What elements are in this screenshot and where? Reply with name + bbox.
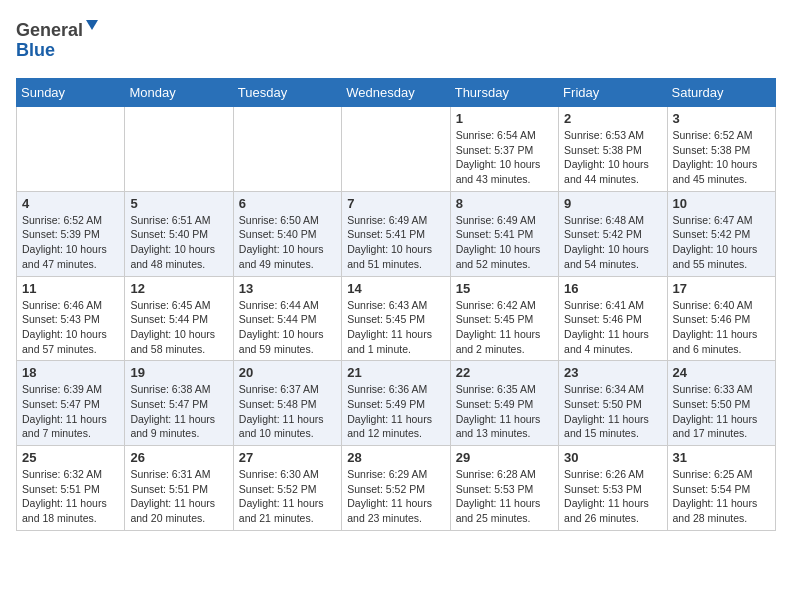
calendar-cell: 15Sunrise: 6:42 AM Sunset: 5:45 PM Dayli… [450, 276, 558, 361]
day-info: Sunrise: 6:44 AM Sunset: 5:44 PM Dayligh… [239, 298, 336, 357]
day-number: 10 [673, 196, 770, 211]
calendar-day-header: Friday [559, 79, 667, 107]
day-number: 5 [130, 196, 227, 211]
calendar-cell: 20Sunrise: 6:37 AM Sunset: 5:48 PM Dayli… [233, 361, 341, 446]
day-number: 23 [564, 365, 661, 380]
day-info: Sunrise: 6:53 AM Sunset: 5:38 PM Dayligh… [564, 128, 661, 187]
calendar-week-row: 18Sunrise: 6:39 AM Sunset: 5:47 PM Dayli… [17, 361, 776, 446]
day-number: 9 [564, 196, 661, 211]
day-number: 25 [22, 450, 119, 465]
day-info: Sunrise: 6:48 AM Sunset: 5:42 PM Dayligh… [564, 213, 661, 272]
calendar-cell: 1Sunrise: 6:54 AM Sunset: 5:37 PM Daylig… [450, 107, 558, 192]
day-number: 29 [456, 450, 553, 465]
calendar-cell: 8Sunrise: 6:49 AM Sunset: 5:41 PM Daylig… [450, 191, 558, 276]
day-info: Sunrise: 6:45 AM Sunset: 5:44 PM Dayligh… [130, 298, 227, 357]
calendar-week-row: 25Sunrise: 6:32 AM Sunset: 5:51 PM Dayli… [17, 446, 776, 531]
day-number: 3 [673, 111, 770, 126]
day-info: Sunrise: 6:33 AM Sunset: 5:50 PM Dayligh… [673, 382, 770, 441]
calendar-table: SundayMondayTuesdayWednesdayThursdayFrid… [16, 78, 776, 531]
calendar-cell: 31Sunrise: 6:25 AM Sunset: 5:54 PM Dayli… [667, 446, 775, 531]
day-number: 15 [456, 281, 553, 296]
calendar-week-row: 1Sunrise: 6:54 AM Sunset: 5:37 PM Daylig… [17, 107, 776, 192]
calendar-cell: 9Sunrise: 6:48 AM Sunset: 5:42 PM Daylig… [559, 191, 667, 276]
day-info: Sunrise: 6:43 AM Sunset: 5:45 PM Dayligh… [347, 298, 444, 357]
day-number: 11 [22, 281, 119, 296]
day-number: 19 [130, 365, 227, 380]
svg-marker-1 [86, 20, 98, 30]
day-info: Sunrise: 6:52 AM Sunset: 5:39 PM Dayligh… [22, 213, 119, 272]
day-number: 7 [347, 196, 444, 211]
day-info: Sunrise: 6:25 AM Sunset: 5:54 PM Dayligh… [673, 467, 770, 526]
calendar-cell: 13Sunrise: 6:44 AM Sunset: 5:44 PM Dayli… [233, 276, 341, 361]
calendar-cell: 24Sunrise: 6:33 AM Sunset: 5:50 PM Dayli… [667, 361, 775, 446]
day-number: 2 [564, 111, 661, 126]
calendar-week-row: 11Sunrise: 6:46 AM Sunset: 5:43 PM Dayli… [17, 276, 776, 361]
day-info: Sunrise: 6:42 AM Sunset: 5:45 PM Dayligh… [456, 298, 553, 357]
day-info: Sunrise: 6:51 AM Sunset: 5:40 PM Dayligh… [130, 213, 227, 272]
calendar-cell: 10Sunrise: 6:47 AM Sunset: 5:42 PM Dayli… [667, 191, 775, 276]
day-number: 31 [673, 450, 770, 465]
day-number: 20 [239, 365, 336, 380]
calendar-cell: 18Sunrise: 6:39 AM Sunset: 5:47 PM Dayli… [17, 361, 125, 446]
calendar-cell: 30Sunrise: 6:26 AM Sunset: 5:53 PM Dayli… [559, 446, 667, 531]
day-number: 4 [22, 196, 119, 211]
day-info: Sunrise: 6:39 AM Sunset: 5:47 PM Dayligh… [22, 382, 119, 441]
calendar-week-row: 4Sunrise: 6:52 AM Sunset: 5:39 PM Daylig… [17, 191, 776, 276]
calendar-cell [342, 107, 450, 192]
calendar-day-header: Sunday [17, 79, 125, 107]
calendar-cell [125, 107, 233, 192]
day-number: 28 [347, 450, 444, 465]
calendar-cell [17, 107, 125, 192]
calendar-cell: 7Sunrise: 6:49 AM Sunset: 5:41 PM Daylig… [342, 191, 450, 276]
day-number: 1 [456, 111, 553, 126]
calendar-cell: 5Sunrise: 6:51 AM Sunset: 5:40 PM Daylig… [125, 191, 233, 276]
calendar-day-header: Tuesday [233, 79, 341, 107]
calendar-cell: 4Sunrise: 6:52 AM Sunset: 5:39 PM Daylig… [17, 191, 125, 276]
day-info: Sunrise: 6:50 AM Sunset: 5:40 PM Dayligh… [239, 213, 336, 272]
calendar-cell: 14Sunrise: 6:43 AM Sunset: 5:45 PM Dayli… [342, 276, 450, 361]
calendar-day-header: Saturday [667, 79, 775, 107]
calendar-day-header: Thursday [450, 79, 558, 107]
day-number: 21 [347, 365, 444, 380]
calendar-header-row: SundayMondayTuesdayWednesdayThursdayFrid… [17, 79, 776, 107]
calendar-cell: 29Sunrise: 6:28 AM Sunset: 5:53 PM Dayli… [450, 446, 558, 531]
calendar-cell: 19Sunrise: 6:38 AM Sunset: 5:47 PM Dayli… [125, 361, 233, 446]
svg-text:General: General [16, 20, 83, 40]
day-info: Sunrise: 6:26 AM Sunset: 5:53 PM Dayligh… [564, 467, 661, 526]
calendar-cell: 26Sunrise: 6:31 AM Sunset: 5:51 PM Dayli… [125, 446, 233, 531]
day-info: Sunrise: 6:31 AM Sunset: 5:51 PM Dayligh… [130, 467, 227, 526]
day-info: Sunrise: 6:40 AM Sunset: 5:46 PM Dayligh… [673, 298, 770, 357]
calendar-cell: 23Sunrise: 6:34 AM Sunset: 5:50 PM Dayli… [559, 361, 667, 446]
calendar-cell [233, 107, 341, 192]
calendar-day-header: Wednesday [342, 79, 450, 107]
calendar-cell: 16Sunrise: 6:41 AM Sunset: 5:46 PM Dayli… [559, 276, 667, 361]
calendar-cell: 25Sunrise: 6:32 AM Sunset: 5:51 PM Dayli… [17, 446, 125, 531]
calendar-day-header: Monday [125, 79, 233, 107]
day-info: Sunrise: 6:54 AM Sunset: 5:37 PM Dayligh… [456, 128, 553, 187]
day-info: Sunrise: 6:49 AM Sunset: 5:41 PM Dayligh… [347, 213, 444, 272]
day-info: Sunrise: 6:36 AM Sunset: 5:49 PM Dayligh… [347, 382, 444, 441]
day-number: 8 [456, 196, 553, 211]
logo: GeneralBlue [16, 16, 106, 66]
calendar-cell: 21Sunrise: 6:36 AM Sunset: 5:49 PM Dayli… [342, 361, 450, 446]
day-info: Sunrise: 6:47 AM Sunset: 5:42 PM Dayligh… [673, 213, 770, 272]
calendar-cell: 17Sunrise: 6:40 AM Sunset: 5:46 PM Dayli… [667, 276, 775, 361]
day-info: Sunrise: 6:46 AM Sunset: 5:43 PM Dayligh… [22, 298, 119, 357]
day-number: 12 [130, 281, 227, 296]
calendar-cell: 27Sunrise: 6:30 AM Sunset: 5:52 PM Dayli… [233, 446, 341, 531]
calendar-cell: 6Sunrise: 6:50 AM Sunset: 5:40 PM Daylig… [233, 191, 341, 276]
logo-svg: GeneralBlue [16, 16, 106, 66]
day-number: 30 [564, 450, 661, 465]
day-info: Sunrise: 6:37 AM Sunset: 5:48 PM Dayligh… [239, 382, 336, 441]
day-number: 14 [347, 281, 444, 296]
calendar-cell: 12Sunrise: 6:45 AM Sunset: 5:44 PM Dayli… [125, 276, 233, 361]
day-number: 6 [239, 196, 336, 211]
day-info: Sunrise: 6:28 AM Sunset: 5:53 PM Dayligh… [456, 467, 553, 526]
day-info: Sunrise: 6:41 AM Sunset: 5:46 PM Dayligh… [564, 298, 661, 357]
day-number: 27 [239, 450, 336, 465]
day-info: Sunrise: 6:49 AM Sunset: 5:41 PM Dayligh… [456, 213, 553, 272]
day-number: 13 [239, 281, 336, 296]
day-info: Sunrise: 6:32 AM Sunset: 5:51 PM Dayligh… [22, 467, 119, 526]
day-info: Sunrise: 6:30 AM Sunset: 5:52 PM Dayligh… [239, 467, 336, 526]
day-number: 24 [673, 365, 770, 380]
